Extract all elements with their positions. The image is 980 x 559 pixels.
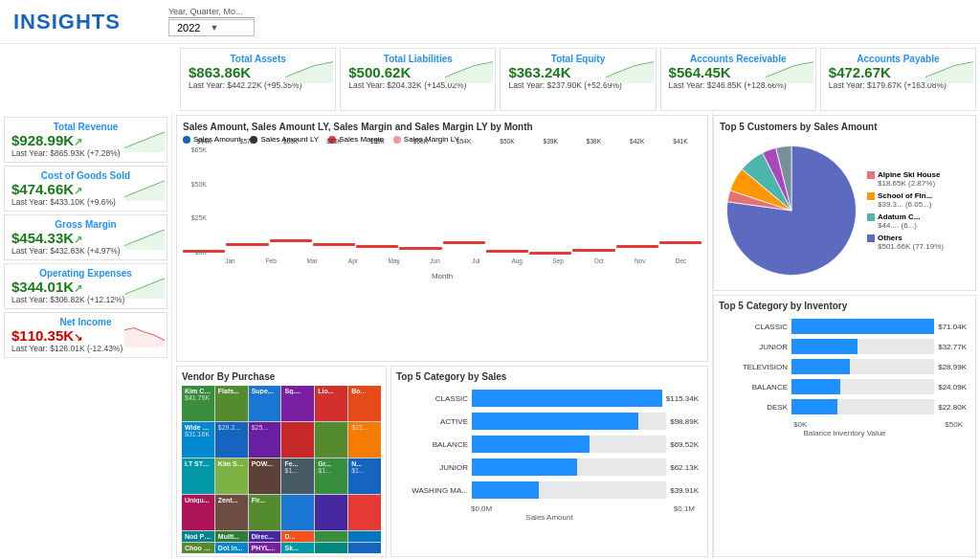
- vendor-cell[interactable]: $29.2...: [215, 422, 248, 458]
- metric-card-3: Accounts Receivable $564.45K Last Year: …: [660, 48, 816, 111]
- vendor-cell[interactable]: Fe... $1...: [281, 458, 314, 494]
- vendor-cell[interactable]: Sk...: [281, 543, 314, 553]
- sparkline: [766, 56, 813, 83]
- bar-margin: [486, 250, 528, 253]
- vendor-cell[interactable]: Uniqu...: [182, 495, 214, 530]
- vendor-cell[interactable]: Zent...: [215, 495, 248, 530]
- year-dropdown[interactable]: 2022 ▼: [168, 19, 255, 36]
- vendor-cell[interactable]: [281, 422, 314, 458]
- vendor-cell[interactable]: I.T STATIO...: [182, 458, 214, 494]
- bar-group-9[interactable]: $38K: [572, 146, 614, 271]
- x-label-10: Nov: [619, 257, 660, 271]
- pie-legend-item: School of Fin...$39.3... (6.05...): [867, 191, 969, 209]
- bar-group-2[interactable]: $66K: [270, 146, 312, 271]
- kpi-sparkline: [124, 272, 165, 299]
- vendor-cell[interactable]: Wide Worl... $31.16K: [182, 422, 214, 458]
- sparkline: [285, 56, 333, 83]
- vendor-cell[interactable]: Nod Publis...: [182, 531, 214, 542]
- top5-inventory-title: Top 5 Category by Inventory: [719, 301, 970, 311]
- kpi-sparkline: [124, 174, 165, 201]
- x-label-5: Jun: [414, 257, 456, 271]
- x-label-7: Aug: [497, 257, 538, 271]
- bar-margin: [572, 249, 614, 252]
- vendor-cell[interactable]: Fir...: [249, 495, 281, 530]
- vendor-cell[interactable]: Supe...: [249, 386, 281, 421]
- bar-chart-card: Sales Amount, Sales Amount LY, Sales Mar…: [176, 115, 708, 362]
- vendor-cell[interactable]: Dot In...: [215, 543, 248, 553]
- kpi-card-2: Gross Margin $454.33K↗ Last Year: $432.8…: [4, 214, 167, 260]
- pie-legend-item: Adatum C...$44.... (6...): [867, 212, 969, 230]
- pie-chart-svg: [720, 139, 863, 282]
- metric-card-1: Total Liabilities $500.62K Last Year: $2…: [340, 48, 496, 111]
- vendor-cell[interactable]: [281, 495, 314, 530]
- vendor-cell[interactable]: [315, 495, 347, 530]
- kpi-sparkline: [124, 223, 165, 250]
- bar-group-11[interactable]: $41K: [659, 146, 702, 271]
- year-value: 2022: [177, 22, 200, 34]
- kpi-card-3: Operating Expenses $344.01K↗ Last Year: …: [4, 263, 167, 309]
- bar-chart-title: Sales Amount, Sales Amount LY, Sales Mar…: [183, 122, 702, 132]
- top5-sales-row: BALANCE $69.52K: [396, 436, 699, 453]
- vendor-cell[interactable]: Choo Chia...: [182, 543, 214, 553]
- dropdown-arrow-icon: ▼: [210, 23, 218, 33]
- sparkline: [445, 56, 493, 83]
- bar-group-3[interactable]: $63K: [313, 146, 355, 271]
- x-label-9: Oct: [578, 257, 619, 271]
- vendor-cell[interactable]: Sg....: [281, 386, 314, 421]
- pie-legend-item: Alpine Ski House$18.65K (2.87%): [867, 170, 969, 188]
- vendor-cell[interactable]: Kim Chuan ... $41.79K: [182, 386, 214, 421]
- bar-group-10[interactable]: $42K: [616, 146, 658, 271]
- bar-margin: [399, 247, 441, 250]
- x-label-6: Jul: [456, 257, 497, 271]
- vendor-cell[interactable]: PHYL...: [249, 543, 281, 553]
- x-label-0: Jan: [210, 257, 251, 271]
- top5-inv-row: DESK $22.80K: [719, 399, 967, 414]
- pie-chart-card: Top 5 Customers by Sales Amount Alpine S…: [713, 115, 976, 291]
- vendor-cell[interactable]: Flats...: [215, 386, 248, 421]
- vendor-cell[interactable]: $22...: [348, 422, 381, 458]
- top5-inventory-card: Top 5 Category by Inventory CLASSIC $71.…: [713, 295, 976, 557]
- bar-group-6[interactable]: $54K: [443, 146, 485, 271]
- top5-inv-row: JUNIOR $32.77K: [719, 339, 967, 354]
- metric-card-0: Total Assets $863.86K Last Year: $442.22…: [180, 48, 336, 111]
- sparkline: [606, 56, 654, 83]
- bar-group-4[interactable]: $55K: [356, 146, 398, 271]
- vendor-cell[interactable]: Direc...: [249, 531, 281, 542]
- bar-margin: [313, 243, 355, 246]
- x-label-4: May: [373, 257, 414, 271]
- vendor-cell[interactable]: N... $1...: [348, 458, 381, 494]
- vendor-cell[interactable]: Multi...: [215, 531, 248, 542]
- vendor-cell[interactable]: Bo...: [348, 386, 381, 421]
- bar-group-5[interactable]: $56K: [399, 146, 441, 271]
- top5-sales-title: Top 5 Category by Sales: [396, 371, 702, 382]
- sparkline: [925, 56, 973, 83]
- top5-sales-row: ACTIVE $98.89K: [396, 413, 699, 430]
- kpi-card-1: Cost of Goods Sold $474.66K↗ Last Year: …: [4, 166, 167, 212]
- pie-legend-item: Others$501.66K (77.19%): [867, 234, 969, 251]
- vendor-cell[interactable]: [315, 422, 347, 458]
- vendor-cell[interactable]: $25...: [249, 422, 281, 458]
- top5-sales-row: CLASSIC $115.34K: [396, 390, 699, 407]
- vendor-cell[interactable]: [348, 495, 381, 530]
- bar-group-8[interactable]: $39K: [529, 146, 571, 271]
- vendor-title: Vendor By Purchase: [182, 371, 381, 382]
- bar-margin: [616, 245, 658, 248]
- x-label-8: Sep: [538, 257, 579, 271]
- vendor-cell[interactable]: Kim Sa...: [215, 458, 248, 494]
- kpi-card-4: Net Income $110.35K↘ Last Year: $126.01K…: [4, 312, 167, 358]
- vendor-cell[interactable]: [315, 531, 347, 542]
- pie-chart-title: Top 5 Customers by Sales Amount: [720, 122, 969, 132]
- vendor-cell[interactable]: [348, 531, 381, 542]
- bar-margin: [226, 243, 268, 246]
- kpi-sparkline: [124, 321, 165, 347]
- bar-group-7[interactable]: $50K: [486, 146, 528, 271]
- bar-margin: [443, 241, 485, 244]
- bar-margin: [529, 252, 571, 255]
- vendor-cell[interactable]: [348, 543, 381, 553]
- vendor-cell[interactable]: [315, 543, 347, 553]
- vendor-cell[interactable]: D...: [281, 531, 314, 542]
- vendor-cell[interactable]: Gr... $1...: [315, 458, 347, 494]
- vendor-cell[interactable]: POW...: [249, 458, 281, 494]
- vendor-cell[interactable]: Lio...: [315, 386, 347, 421]
- bar-group-1[interactable]: $57K: [226, 146, 268, 271]
